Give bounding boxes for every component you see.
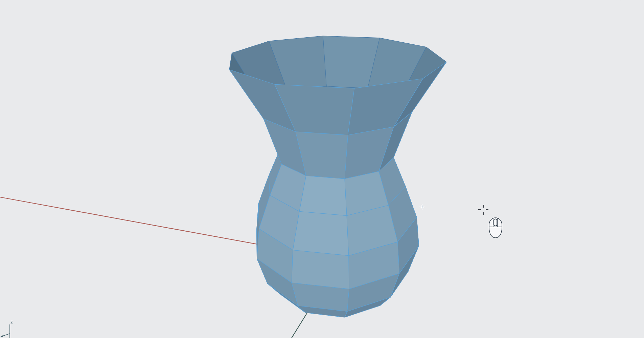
crosshair-dash-left <box>478 209 481 210</box>
vase-face[interactable] <box>292 250 349 289</box>
crosshair-dash-right <box>486 209 488 210</box>
vase-face[interactable] <box>299 176 347 216</box>
crosshair-cursor-icon <box>478 204 489 215</box>
viewport-3d[interactable]: z <box>0 0 644 338</box>
vase-object[interactable] <box>0 0 644 338</box>
crosshair-dash-top <box>483 205 484 208</box>
crosshair-dash-bottom <box>483 212 484 215</box>
vase-face[interactable] <box>293 211 349 256</box>
